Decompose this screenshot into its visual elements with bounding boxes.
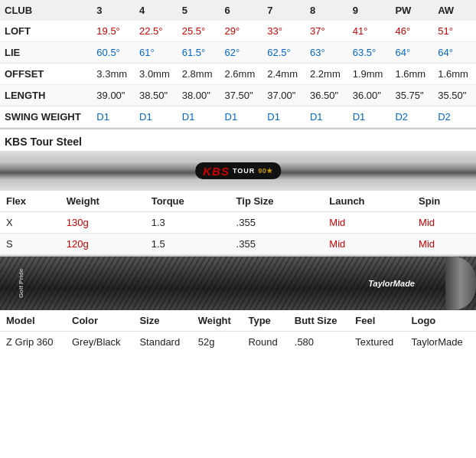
cell-value: D1 — [92, 106, 135, 128]
taylormade-logo: TaylorMade — [368, 279, 415, 288]
grip-cell: Standard — [133, 332, 191, 353]
grip-cell: Grey/Black — [66, 332, 133, 353]
table-row: LENGTH39.00"38.50"38.00"37.50"37.00"36.5… — [0, 85, 476, 106]
cell-value: D2 — [433, 106, 476, 128]
shaft-cell: Mid — [323, 212, 412, 234]
cell-value: D1 — [220, 106, 263, 128]
shaft-launch-header: Launch — [323, 191, 412, 212]
cell-value: 60.5° — [92, 42, 135, 64]
row-label: OFFSET — [0, 64, 92, 85]
table-row: LOFT19.5°22.5°25.5°29°33°37°41°46°51° — [0, 21, 476, 42]
row-label: SWING WEIGHT — [0, 106, 92, 128]
cell-value: 62.5° — [262, 42, 305, 64]
grip-row: Z Grip 360Grey/BlackStandard52gRound.580… — [0, 332, 476, 353]
cell-value: 3.0mm — [135, 64, 178, 85]
shaft-weight-header: Weight — [60, 191, 145, 212]
cell-value: 1.9mm — [348, 64, 391, 85]
row-label: LOFT — [0, 21, 92, 42]
cell-value: 41° — [348, 21, 391, 42]
shaft-row: S120g1.5.355MidMid — [0, 234, 476, 255]
header-pw: PW — [390, 0, 433, 21]
shaft-torque-header: Torque — [145, 191, 230, 212]
kbs-text: KBS — [203, 165, 230, 178]
grip-buttsize-header: Butt Size — [289, 310, 350, 332]
cell-value: 51° — [433, 21, 476, 42]
header-3: 3 — [92, 0, 135, 21]
specs-header-row: CLUB 3 4 5 6 7 8 9 PW AW — [0, 0, 476, 21]
cell-value: 64° — [390, 42, 433, 64]
header-6: 6 — [220, 0, 263, 21]
grip-type-header: Type — [242, 310, 288, 332]
grip-color-header: Color — [66, 310, 133, 332]
kbs-model-text: 90★ — [258, 167, 273, 175]
cell-value: 19.5° — [92, 21, 135, 42]
cell-value: 2.2mm — [305, 64, 348, 85]
kbs-shaft-image: KBS TOUR 90★ — [0, 151, 476, 191]
cell-value: D1 — [178, 106, 220, 128]
shaft-cell: Mid — [412, 212, 476, 234]
cell-value: 3.3mm — [92, 64, 135, 85]
shaft-cell: 120g — [60, 234, 145, 255]
cell-value: 63° — [305, 42, 348, 64]
grip-model-header: Model — [0, 310, 66, 332]
cell-value: 36.50" — [305, 85, 348, 106]
shaft-cell: Mid — [323, 234, 412, 255]
cell-value: 35.75" — [390, 85, 433, 106]
cell-value: D2 — [390, 106, 433, 128]
cell-value: 37.00" — [262, 85, 305, 106]
shaft-cell: S — [0, 234, 60, 255]
grip-cell: TaylorMade — [406, 332, 477, 353]
shaft-section-title: KBS Tour Steel — [0, 129, 476, 151]
cell-value: 38.50" — [135, 85, 178, 106]
shaft-tipsize-header: Tip Size — [230, 191, 324, 212]
header-9: 9 — [348, 0, 391, 21]
shaft-cell: Mid — [412, 234, 476, 255]
grip-header-row: Model Color Size Weight Type Butt Size F… — [0, 310, 476, 332]
shaft-cell: .355 — [230, 234, 324, 255]
cell-value: 62° — [220, 42, 263, 64]
cell-value: 35.50" — [433, 85, 476, 106]
grip-cell: Round — [242, 332, 288, 353]
cell-value: 25.5° — [178, 21, 220, 42]
cell-value: 2.4mm — [262, 64, 305, 85]
grip-weight-header: Weight — [192, 310, 243, 332]
cell-value: 29° — [220, 21, 263, 42]
cell-value: D1 — [348, 106, 391, 128]
cell-value: 36.00" — [348, 85, 391, 106]
table-row: SWING WEIGHTD1D1D1D1D1D1D1D2D2 — [0, 106, 476, 128]
cell-value: 61.5° — [178, 42, 220, 64]
table-row: LIE60.5°61°61.5°62°62.5°63°63.5°64°64° — [0, 42, 476, 64]
cell-value: 22.5° — [135, 21, 178, 42]
cell-value: D1 — [135, 106, 178, 128]
cell-value: 64° — [433, 42, 476, 64]
golf-pride-label: Golf Pride — [18, 269, 24, 298]
grip-cell: Z Grip 360 — [0, 332, 66, 353]
shaft-flex-header: Flex — [0, 191, 60, 212]
grip-size-header: Size — [133, 310, 191, 332]
grip-cell: 52g — [192, 332, 243, 353]
cell-value: 33° — [262, 21, 305, 42]
table-row: OFFSET3.3mm3.0mm2.8mm2.6mm2.4mm2.2mm1.9m… — [0, 64, 476, 85]
cell-value: 46° — [390, 21, 433, 42]
shaft-cell: 1.5 — [145, 234, 230, 255]
header-club: CLUB — [0, 0, 92, 21]
header-4: 4 — [135, 0, 178, 21]
cell-value: 2.6mm — [220, 64, 263, 85]
cell-value: 37.50" — [220, 85, 263, 106]
header-8: 8 — [305, 0, 348, 21]
shaft-cell: 1.3 — [145, 212, 230, 234]
grip-logo-header: Logo — [406, 310, 477, 332]
shaft-cell: 130g — [60, 212, 145, 234]
shaft-specs-table: Flex Weight Torque Tip Size Launch Spin … — [0, 191, 476, 255]
cell-value: 63.5° — [348, 42, 391, 64]
cell-value: 37° — [305, 21, 348, 42]
shaft-spin-header: Spin — [412, 191, 476, 212]
shaft-header-row: Flex Weight Torque Tip Size Launch Spin — [0, 191, 476, 212]
cell-value: 38.00" — [178, 85, 220, 106]
shaft-cell: X — [0, 212, 60, 234]
shaft-row: X130g1.3.355MidMid — [0, 212, 476, 234]
grip-cell: Textured — [349, 332, 405, 353]
header-5: 5 — [178, 0, 220, 21]
grip-specs-table: Model Color Size Weight Type Butt Size F… — [0, 310, 476, 352]
grip-feel-header: Feel — [349, 310, 405, 332]
